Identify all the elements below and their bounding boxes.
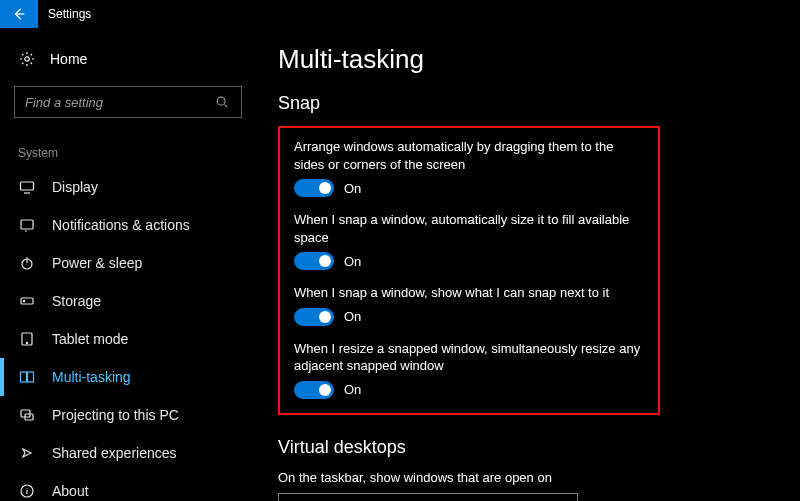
toggle-snap-resize[interactable] [294, 381, 334, 399]
search-field[interactable] [25, 95, 213, 110]
multitasking-icon [18, 368, 36, 386]
toggle-state: On [344, 309, 361, 324]
home-button[interactable]: Home [0, 42, 260, 76]
toggle-state: On [344, 382, 361, 397]
snap-heading: Snap [278, 93, 772, 114]
setting-snap-resize: When I resize a snapped window, simultan… [294, 340, 644, 399]
sidebar-item-power[interactable]: Power & sleep [0, 244, 260, 282]
toggle-snap-arrange[interactable] [294, 179, 334, 197]
notifications-icon [18, 216, 36, 234]
toggle-snap-autosize[interactable] [294, 252, 334, 270]
page-title: Multi-tasking [278, 44, 772, 75]
sidebar-item-label: Storage [52, 293, 101, 309]
sidebar-item-notifications[interactable]: Notifications & actions [0, 206, 260, 244]
sidebar-item-display[interactable]: Display [0, 168, 260, 206]
sidebar: Home System Display [0, 28, 260, 501]
virtual-desktops-heading: Virtual desktops [278, 437, 772, 458]
toggle-knob [319, 182, 331, 194]
search-icon [213, 93, 231, 111]
toggle-knob [319, 311, 331, 323]
content-pane: Multi-tasking Snap Arrange windows autom… [260, 28, 800, 501]
tablet-icon [18, 330, 36, 348]
sidebar-nav: Display Notifications & actions Power & … [0, 168, 260, 501]
power-icon [18, 254, 36, 272]
toggle-knob [319, 255, 331, 267]
svg-rect-3 [21, 220, 33, 229]
sidebar-item-label: Power & sleep [52, 255, 142, 271]
toggle-knob [319, 384, 331, 396]
gear-icon [18, 50, 36, 68]
vd-taskbar-label: On the taskbar, show windows that are op… [278, 470, 772, 485]
arrow-left-icon [10, 5, 28, 23]
toggle-state: On [344, 181, 361, 196]
back-button[interactable] [0, 0, 38, 28]
shared-icon [18, 444, 36, 462]
sidebar-item-label: Display [52, 179, 98, 195]
setting-label: When I resize a snapped window, simultan… [294, 340, 644, 375]
sidebar-item-label: Shared experiences [52, 445, 177, 461]
sidebar-item-projecting[interactable]: Projecting to this PC [0, 396, 260, 434]
svg-rect-10 [28, 372, 34, 382]
sidebar-section-label: System [0, 124, 260, 168]
setting-label: Arrange windows automatically by draggin… [294, 138, 644, 173]
svg-rect-2 [21, 182, 34, 190]
sidebar-item-shared[interactable]: Shared experiences [0, 434, 260, 472]
svg-point-1 [217, 97, 225, 105]
storage-icon [18, 292, 36, 310]
setting-snap-autosize: When I snap a window, automatically size… [294, 211, 644, 270]
home-label: Home [50, 51, 87, 67]
toggle-state: On [344, 254, 361, 269]
svg-rect-9 [21, 372, 27, 382]
svg-point-8 [26, 342, 27, 343]
sidebar-item-label: Tablet mode [52, 331, 128, 347]
toggle-snap-assist[interactable] [294, 308, 334, 326]
display-icon [18, 178, 36, 196]
sidebar-item-storage[interactable]: Storage [0, 282, 260, 320]
sidebar-item-label: Projecting to this PC [52, 407, 179, 423]
setting-snap-arrange: Arrange windows automatically by draggin… [294, 138, 644, 197]
sidebar-item-about[interactable]: About [0, 472, 260, 501]
setting-snap-assist: When I snap a window, show what I can sn… [294, 284, 644, 326]
window-title: Settings [48, 7, 91, 21]
setting-label: When I snap a window, automatically size… [294, 211, 644, 246]
sidebar-item-label: Notifications & actions [52, 217, 190, 233]
svg-point-0 [25, 57, 29, 61]
svg-point-6 [23, 300, 24, 301]
vd-taskbar-select[interactable]: Only the desktop I'm using [278, 493, 578, 501]
sidebar-item-label: About [52, 483, 89, 499]
sidebar-item-tablet[interactable]: Tablet mode [0, 320, 260, 358]
snap-settings-highlight: Arrange windows automatically by draggin… [278, 126, 660, 415]
info-icon [18, 482, 36, 500]
sidebar-item-label: Multi-tasking [52, 369, 131, 385]
setting-label: When I snap a window, show what I can sn… [294, 284, 644, 302]
titlebar: Settings [0, 0, 800, 28]
projecting-icon [18, 406, 36, 424]
sidebar-item-multitasking[interactable]: Multi-tasking [0, 358, 260, 396]
search-input[interactable] [14, 86, 242, 118]
